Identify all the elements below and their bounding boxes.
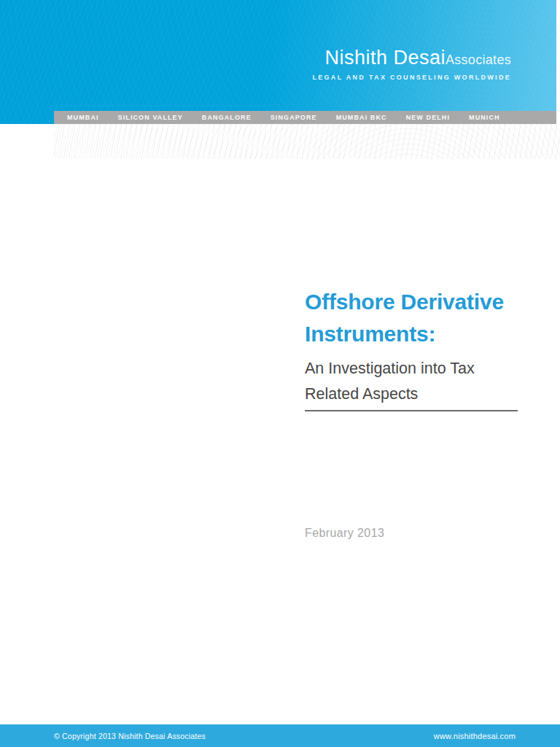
- document-subtitle: An Investigation into Tax Related Aspect…: [305, 356, 518, 407]
- office-location: MUMBAI BKC: [336, 114, 387, 121]
- office-location: MUMBAI: [67, 114, 99, 121]
- office-location: SILICON VALLEY: [118, 114, 183, 121]
- copyright-text: © Copyright 2013 Nishith Desai Associate…: [54, 732, 206, 740]
- logo-primary-text: Nishith Desai: [324, 47, 446, 69]
- header-banner: Nishith DesaiAssociates LEGAL AND TAX CO…: [0, 0, 556, 124]
- website-link[interactable]: www.nishithdesai.com: [434, 732, 516, 740]
- decorative-pattern-strip: [54, 124, 560, 159]
- logo-secondary-text: Associates: [446, 49, 511, 71]
- title-divider-rule: [305, 410, 518, 411]
- office-location: BANGALORE: [202, 114, 252, 121]
- document-page: Nishith DesaiAssociates LEGAL AND TAX CO…: [0, 0, 560, 747]
- office-location: NEW DELHI: [406, 114, 450, 121]
- cover-text-block: Offshore Derivative Instruments: An Inve…: [305, 286, 518, 540]
- brand-logo-text: Nishith DesaiAssociates: [324, 47, 511, 71]
- document-title: Offshore Derivative Instruments:: [305, 286, 518, 350]
- brand-logo: Nishith DesaiAssociates LEGAL AND TAX CO…: [312, 47, 511, 81]
- footer-bar: © Copyright 2013 Nishith Desai Associate…: [0, 724, 560, 747]
- publication-date: February 2013: [305, 527, 518, 540]
- office-locations-bar: MUMBAISILICON VALLEYBANGALORESINGAPOREMU…: [54, 111, 556, 124]
- office-location: SINGAPORE: [271, 114, 317, 121]
- office-location: MUNICH: [469, 114, 500, 121]
- logo-tagline: LEGAL AND TAX COUNSELING WORLDWIDE: [312, 74, 511, 81]
